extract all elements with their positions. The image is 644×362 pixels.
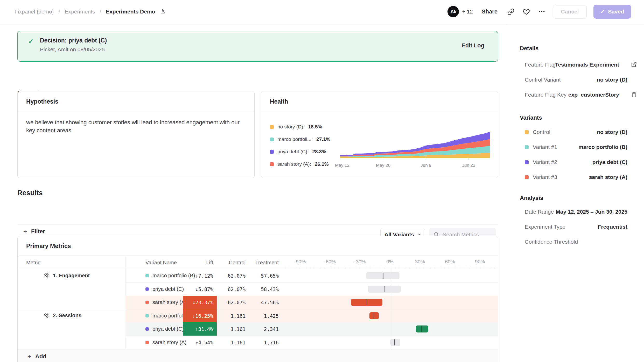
analysis-heading: Analysis xyxy=(520,195,543,201)
primary-metrics-card: Primary Metrics Metric Variant Name Lift… xyxy=(17,236,498,362)
confidence-interval xyxy=(280,283,498,296)
x-tick-label: May 12 xyxy=(335,163,349,168)
control-value: 62.07% xyxy=(217,296,246,309)
control-value: 1,161 xyxy=(217,336,246,349)
legend-value: 18.5% xyxy=(308,124,322,130)
variant-value: marco portfolio (B) xyxy=(529,144,627,150)
control-variant-value: no story (D) xyxy=(529,77,627,83)
legend-swatch xyxy=(270,150,274,154)
legend-swatch xyxy=(270,137,274,141)
treatment-value: 57.65% xyxy=(247,269,279,282)
primary-metrics-title: Primary Metrics xyxy=(26,243,71,250)
external-link-icon[interactable] xyxy=(631,61,637,68)
variants-heading: Variants xyxy=(520,114,542,121)
variant-value: sarah story (A) xyxy=(529,174,627,180)
variant-name: priya debt (C) xyxy=(152,286,184,292)
treatment-value: 58.43% xyxy=(247,283,279,296)
plus-icon: + xyxy=(27,353,31,360)
details-sidebar: Details Feature Flag Testimonials Experi… xyxy=(507,23,644,362)
details-heading: Details xyxy=(520,45,538,52)
legend-item: marco portfoli...: 27.1% xyxy=(270,135,330,143)
saved-button[interactable]: ✓ Saved xyxy=(593,5,631,19)
x-tick-label: Jun 23 xyxy=(462,163,475,168)
breadcrumb-project[interactable]: Fixpanel {demo} xyxy=(15,9,54,15)
ci-axis-ticks xyxy=(280,266,498,269)
divider xyxy=(18,112,254,112)
metric-group-sessions[interactable]: 2. Sessions xyxy=(44,312,81,318)
variant-name: sarah story (A) xyxy=(152,339,186,345)
health-area-chart xyxy=(339,130,491,160)
share-button[interactable]: Share xyxy=(482,8,498,15)
col-header-metric: Metric xyxy=(26,256,40,269)
legend-value: 28.3% xyxy=(312,149,326,155)
control-value: 62.07% xyxy=(217,269,246,282)
confidence-interval xyxy=(280,269,498,282)
confidence-interval xyxy=(280,336,498,349)
filter-button[interactable]: + Filter xyxy=(23,228,45,235)
metric-group-name: 1. Engagement xyxy=(53,273,90,279)
metrics-footer: + Add xyxy=(18,349,498,362)
col-header-treatment: Treatment xyxy=(247,256,279,269)
breadcrumb-current: Experiments Demo xyxy=(106,9,155,15)
hypothesis-title: Hypothesis xyxy=(26,98,58,105)
decision-banner: ✓ Decision: priya debt (C) Picker, Amit … xyxy=(17,31,498,62)
confidence-interval xyxy=(280,309,498,322)
variant-value: priya debt (C) xyxy=(529,159,627,165)
col-header-variant: Variant Name xyxy=(145,256,177,269)
breadcrumb-separator: / xyxy=(100,9,101,15)
legend-value: 26.1% xyxy=(315,161,329,167)
legend-value: 27.1% xyxy=(316,136,330,142)
hypothesis-card: Hypothesis we believe that showing custo… xyxy=(17,91,255,178)
metric-group-engagement[interactable]: 1. Engagement xyxy=(44,272,90,279)
lift-value: ↑31.4% xyxy=(183,322,217,336)
legend-item: sarah story (A): 26.1% xyxy=(270,160,329,168)
date-range-value: May 12, 2025 – Jun 30, 2025 xyxy=(529,209,627,215)
decision-check-icon: ✓ xyxy=(28,38,34,46)
edit-log-button[interactable]: Edit Log xyxy=(461,42,484,49)
variant-name: priya debt (C) xyxy=(152,326,184,332)
col-header-control: Control xyxy=(217,256,246,269)
confidence-interval xyxy=(280,296,498,309)
lift-value: ↓23.37% xyxy=(183,296,217,309)
divider xyxy=(261,112,498,112)
collaborator-count[interactable]: + 12 xyxy=(462,9,473,15)
analysis-label: Confidence Threshold xyxy=(525,239,615,245)
lift-value: ↑4.54% xyxy=(183,336,217,349)
treatment-value: 1,716 xyxy=(247,336,279,349)
confidence-interval xyxy=(280,322,498,336)
health-title: Health xyxy=(270,98,288,105)
variant-value: no story (D) xyxy=(529,129,627,135)
feature-flag-value[interactable]: Testimonials Experiment xyxy=(521,62,619,68)
breadcrumb-experiments[interactable]: Experiments xyxy=(65,9,95,15)
top-bar: Fixpanel {demo} / Experiments / Experime… xyxy=(0,0,644,23)
x-tick-label: Jun 9 xyxy=(421,163,431,168)
filter-label: Filter xyxy=(31,228,45,235)
legend-swatch xyxy=(270,162,274,166)
treatment-value: 47.56% xyxy=(247,296,279,309)
lift-value: ↓7.12% xyxy=(183,269,217,282)
decision-subtitle: Picker, Amit on 08/05/2025 xyxy=(40,46,105,53)
feature-flag-key-value: exp_customerStory xyxy=(521,92,619,98)
add-label: Add xyxy=(35,353,46,360)
x-tick-label: May 26 xyxy=(376,163,390,168)
control-value: 62.07% xyxy=(217,283,246,296)
cancel-button[interactable]: Cancel xyxy=(553,5,587,19)
hypothesis-body: we believe that showing customer stories… xyxy=(26,118,249,134)
add-metric-button[interactable]: + Add xyxy=(27,353,46,360)
legend-swatch xyxy=(270,125,274,129)
copy-link-icon[interactable] xyxy=(506,7,515,16)
more-menu-icon[interactable] xyxy=(537,7,546,16)
lift-value: ↓16.25% xyxy=(183,309,217,322)
legend-label: priya debt (C): xyxy=(277,149,309,155)
favorite-heart-icon[interactable] xyxy=(522,7,531,16)
metric-icon xyxy=(44,312,50,318)
control-value: 1,161 xyxy=(217,309,246,322)
clipboard-copy-icon[interactable] xyxy=(631,91,637,98)
health-card: Health no story (D): 18.5% marco portfol… xyxy=(261,91,498,178)
avatar[interactable]: Ak xyxy=(447,6,459,17)
plus-icon: + xyxy=(23,228,27,235)
decision-title: Decision: priya debt (C) xyxy=(40,37,107,44)
breadcrumb: Fixpanel {demo} / Experiments / Experime… xyxy=(15,0,166,23)
legend-item: no story (D): 18.5% xyxy=(270,123,322,131)
legend-item: priya debt (C): 28.3% xyxy=(270,148,326,156)
